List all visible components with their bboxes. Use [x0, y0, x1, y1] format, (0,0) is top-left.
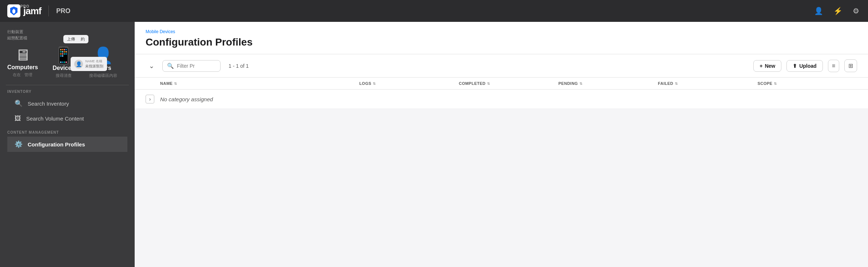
name-card: 👤 NAME 名稱 未指派類別	[71, 57, 107, 71]
content-management-label: CONTENT MANAGEMENT	[7, 130, 127, 134]
list-view-btn[interactable]: ≡	[828, 60, 839, 72]
scope-sort-icon: ⇅	[774, 82, 777, 86]
filter-input[interactable]	[177, 63, 213, 69]
name-label: NAME 名稱	[85, 59, 103, 64]
new-label: New	[765, 63, 775, 69]
col-header-name[interactable]: NAME ⇅	[160, 81, 359, 86]
search-volume-label: Search Volume Content	[26, 115, 84, 122]
failed-sort-icon: ⇅	[675, 82, 678, 86]
logs-sort-icon: ⇅	[373, 82, 376, 86]
lightning-icon-btn[interactable]: ⚡	[832, 5, 844, 17]
computers-grid-item[interactable]: 🖥 Computers 在在 管理	[7, 46, 38, 78]
content-header: Mobile Devices Configuration Profiles	[135, 22, 868, 54]
computers-icon: 🖥	[15, 46, 31, 64]
logo-pro-text: PRO	[56, 7, 70, 15]
unassigned-label: 未指派類別	[85, 64, 103, 69]
sidebar-item-search-inventory[interactable]: 🔍 Search Inventory	[7, 96, 127, 111]
content-management-section: CONTENT MANAGEMENT ⚙️ Configuration Prof…	[0, 126, 135, 152]
dropdown-divider	[6, 85, 129, 85]
tooltip-about: 約	[81, 37, 85, 41]
search-inventory-label: Search Inventory	[28, 101, 69, 107]
inventory-label: INVENTORY	[7, 90, 127, 94]
row-category: No category assigned	[160, 96, 359, 102]
computers-subitem-2: 管理	[24, 72, 32, 78]
breadcrumb[interactable]: Mobile Devices	[146, 29, 857, 34]
collapse-btn[interactable]: ⌄	[146, 60, 157, 72]
upload-button[interactable]: ⬆ Upload	[786, 60, 823, 72]
icon-grid: 🖥 Computers 在在 管理 📱 Devices 上傳 約	[0, 42, 135, 82]
sidebar-item-search-volume[interactable]: 🖼 Search Volume Content	[7, 111, 127, 126]
page-title: Configuration Profiles	[146, 36, 857, 48]
table-header: NAME ⇅ LOGS ⇅ COMPLETED ⇅ PENDING ⇅ FAIL…	[135, 78, 868, 90]
pro-badge: PRO	[20, 4, 29, 8]
table-row: › No category assigned	[135, 90, 868, 109]
upload-label: Upload	[799, 63, 816, 69]
dropdown-overlay: 行動裝置 組態配置檔 🖥 Computers 在在 管理 📱	[0, 22, 135, 156]
devices-subitem-1: 搜尋清查	[56, 73, 72, 78]
col-header-completed[interactable]: COMPLETED ⇅	[459, 81, 559, 86]
col-header-scope[interactable]: SCOPE ⇅	[757, 81, 857, 86]
jamf-logo-icon	[7, 4, 20, 17]
row-expand-btn[interactable]: ›	[146, 95, 154, 103]
main-content: Mobile Devices Configuration Profiles ⌄ …	[135, 22, 868, 267]
settings-icon-btn[interactable]: ⚙	[851, 5, 861, 17]
content-toolbar: ⌄ 🔍 1 - 1 of 1 + New ⬆ Upload ≡ ⊞	[135, 54, 868, 78]
volume-icon: 🖼	[15, 115, 21, 122]
main-layout: 電腦 裝置 使用者 行動裝置 組態配置檔 🖥 Computers 在在	[0, 22, 868, 267]
logo-area: PRO jamf PRO	[7, 4, 70, 17]
nav-icons: 👤 ⚡ ⚙	[813, 5, 861, 17]
name-sort-icon: ⇅	[174, 82, 177, 86]
filter-input-wrap: 🔍	[162, 60, 221, 72]
config-icon: ⚙️	[15, 140, 23, 148]
col-header-failed[interactable]: FAILED ⇅	[658, 81, 758, 86]
devices-tooltip: 上傳 約	[63, 35, 88, 43]
computers-subitem-1: 在在	[13, 72, 21, 78]
sidebar: 電腦 裝置 使用者 行動裝置 組態配置檔 🖥 Computers 在在	[0, 22, 135, 267]
user-avatar: 👤	[74, 60, 83, 68]
tooltip-upload: 上傳	[67, 37, 75, 41]
grid-view-btn[interactable]: ⊞	[844, 59, 857, 72]
inventory-section: INVENTORY 🔍 Search Inventory 🖼 Search Vo…	[0, 88, 135, 126]
col-header-logs[interactable]: LOGS ⇅	[359, 81, 459, 86]
users-subitem-1: 搜尋磁碟區內容	[89, 73, 117, 78]
upload-icon: ⬆	[793, 63, 797, 69]
logo-divider	[48, 5, 49, 16]
user-icon-btn[interactable]: 👤	[813, 5, 825, 17]
config-profiles-label: Configuration Profiles	[28, 141, 85, 148]
computers-label: Computers	[7, 64, 38, 71]
config-profiles-sublabel: 組態配置檔	[7, 35, 27, 41]
top-nav: PRO jamf PRO 👤 ⚡ ⚙	[0, 0, 868, 22]
count-label: 1 - 1 of 1	[229, 63, 249, 69]
pending-sort-icon: ⇅	[579, 82, 583, 86]
devices-grid-item[interactable]: 📱 Devices 上傳 約 👤 NAME 名稱 未指派類別	[52, 46, 75, 78]
sidebar-item-config-profiles[interactable]: ⚙️ Configuration Profiles	[7, 137, 127, 152]
search-icon: 🔍	[15, 99, 23, 107]
completed-sort-icon: ⇅	[487, 82, 490, 86]
filter-search-icon: 🔍	[167, 63, 174, 69]
new-plus-icon: +	[760, 63, 762, 69]
new-button[interactable]: + New	[753, 60, 781, 72]
col-header-pending[interactable]: PENDING ⇅	[558, 81, 658, 86]
mobile-devices-sublabel: 行動裝置	[7, 29, 27, 35]
